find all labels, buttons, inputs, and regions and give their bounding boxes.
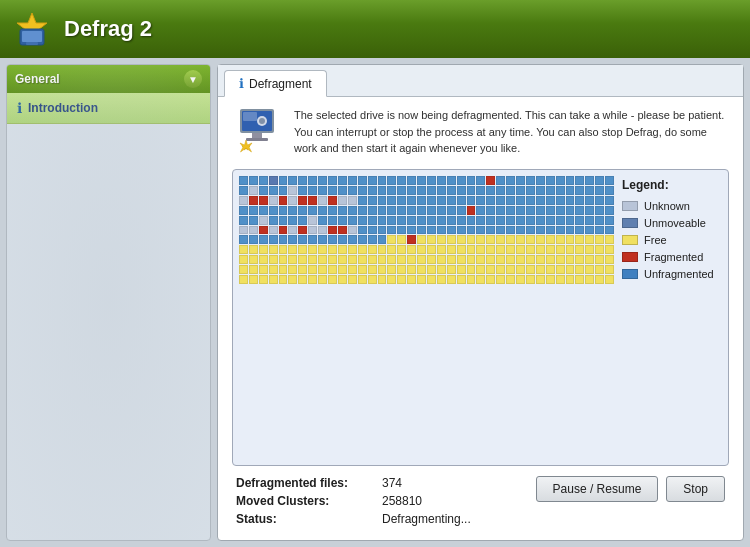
grid-cell [308,275,317,284]
grid-cell [378,176,387,185]
grid-cell [288,226,297,235]
grid-cell [348,235,357,244]
grid-cell [556,226,565,235]
stat-defragmented-value: 374 [382,476,402,490]
grid-cell [585,226,594,235]
grid-cell [506,216,515,225]
tab-icon: ℹ [239,76,244,91]
grid-cell [566,216,575,225]
grid-cell [239,226,248,235]
sidebar-item-introduction[interactable]: ℹ Introduction [7,93,210,124]
title-bar: Defrag 2 [0,0,750,58]
defrag-container: Legend: Unknown Unmoveable Free [232,169,729,466]
stats-left: Defragmented files: 374 Moved Clusters: … [236,476,524,530]
grid-cell [279,265,288,274]
tab-defragment[interactable]: ℹ Defragment [224,70,327,97]
grid-cell [417,216,426,225]
grid-cell [338,265,347,274]
grid-cell [506,226,515,235]
grid-cell [496,186,505,195]
grid-cell [358,235,367,244]
grid-cell [467,206,476,215]
grid-cell [269,235,278,244]
grid-cell [417,176,426,185]
grid-cell [279,176,288,185]
grid-cell [595,275,604,284]
stats-section: Defragmented files: 374 Moved Clusters: … [232,476,729,530]
grid-cell [328,235,337,244]
sidebar-section-label: General [15,72,60,86]
grid-cell [417,235,426,244]
grid-cell [308,235,317,244]
grid-cell [298,255,307,264]
grid-cell [427,235,436,244]
grid-cell [575,275,584,284]
grid-cell [269,196,278,205]
grid-cell [249,226,258,235]
grid-cell [348,255,357,264]
grid-cell [259,275,268,284]
grid-cell [447,186,456,195]
grid-cell [595,206,604,215]
grid-cell [308,206,317,215]
grid-cell [476,176,485,185]
grid-cell [526,265,535,274]
grid-cell [447,255,456,264]
grid-cell [556,196,565,205]
stat-row-status: Status: Defragmenting... [236,512,524,526]
grid-cell [595,245,604,254]
grid-cell [506,206,515,215]
grid-cell [437,186,446,195]
grid-cell [288,255,297,264]
sidebar-section-general[interactable]: General ▼ [7,65,210,93]
grid-cell [407,275,416,284]
grid-cell [269,186,278,195]
grid-cell [348,275,357,284]
grid-cell [239,176,248,185]
grid-cell [575,216,584,225]
grid-cell [506,245,515,254]
grid-cell [546,275,555,284]
grid-cell [308,265,317,274]
grid-cell [407,176,416,185]
grid-cell [427,255,436,264]
grid-cell [269,275,278,284]
grid-cell [476,255,485,264]
grid-cell [269,265,278,274]
grid-cell [605,216,614,225]
grid-cell [605,245,614,254]
grid-cell [427,196,436,205]
legend-swatch-unmoveable [622,218,638,228]
grid-cell [556,255,565,264]
grid-cell [358,255,367,264]
grid-cell [427,226,436,235]
grid-cell [486,176,495,185]
grid-cell [536,226,545,235]
grid-cell [467,216,476,225]
grid-cell [476,216,485,225]
grid-cell [417,196,426,205]
grid-cell [566,186,575,195]
grid-cell [496,176,505,185]
stop-button[interactable]: Stop [666,476,725,502]
grid-cell [496,235,505,244]
grid-cell [476,245,485,254]
grid-cell [536,255,545,264]
grid-cell [338,245,347,254]
grid-cell [457,275,466,284]
grid-cell [536,216,545,225]
grid-cell [575,196,584,205]
grid-cell [467,255,476,264]
grid-cell [516,206,525,215]
pause-resume-button[interactable]: Pause / Resume [536,476,659,502]
grid-cell [605,176,614,185]
grid-cell [417,255,426,264]
grid-cell [486,265,495,274]
grid-cell [427,206,436,215]
grid-cell [279,206,288,215]
grid-cell [358,206,367,215]
grid-cell [516,255,525,264]
svg-rect-8 [246,138,268,141]
grid-cell [516,216,525,225]
grid-cell [397,245,406,254]
